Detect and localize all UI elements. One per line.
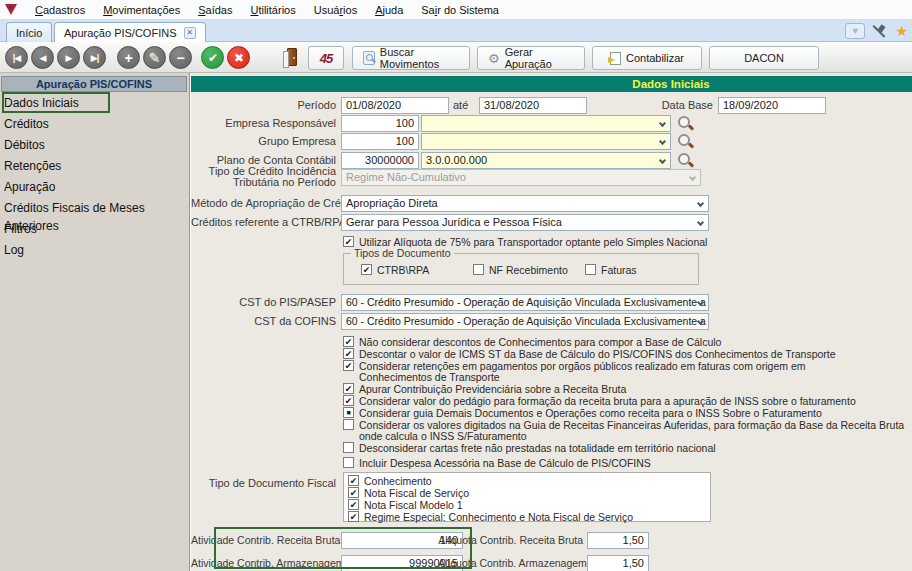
- cancel-button[interactable]: ✖: [227, 46, 250, 69]
- tab-apuracao-pis-cofins[interactable]: Apuração PIS/COFINS ✕: [54, 22, 206, 42]
- sidebar-item-creditos-fiscais[interactable]: Créditos Fiscais de Meses Anteriores: [4, 199, 188, 217]
- checkbox-regime-especial[interactable]: ✔: [348, 511, 359, 522]
- menu-utilitarios[interactable]: Utilitários: [241, 2, 304, 18]
- checkbox-nf-recebimento[interactable]: [473, 264, 484, 275]
- panel-title-bar: Dados Iniciais: [191, 76, 912, 92]
- checkbox-nf-modelo1[interactable]: ✔: [348, 499, 359, 510]
- checkbox-opt-9[interactable]: [343, 457, 354, 468]
- favorites-heart-icon[interactable]: ♥: [845, 23, 865, 39]
- report-logo-icon: 45: [320, 51, 332, 66]
- checkbox-opt-8-label: Desconsiderar cartas frete não prestadas…: [359, 442, 716, 454]
- sidebar-item-log[interactable]: Log: [4, 241, 188, 259]
- cst-cofins-combo[interactable]: 60 - Crédito Presumido - Operação de Aqu…: [341, 313, 709, 330]
- grupo-combo[interactable]: [421, 133, 671, 150]
- data-base-input[interactable]: 18/09/2020: [718, 97, 826, 114]
- chevron-down-icon: [697, 219, 704, 226]
- checkbox-opt-5[interactable]: ✔: [343, 395, 354, 406]
- cst-pis-combo[interactable]: 60 - Crédito Presumido - Operação de Aqu…: [341, 294, 709, 311]
- gerar-apuracao-button[interactable]: ⚙ Gerar Apuração: [477, 46, 585, 70]
- tipos-documento-title: Tipos de Documento: [351, 247, 454, 259]
- menu-ajuda[interactable]: Ajuda: [366, 2, 412, 18]
- checkbox-nf-modelo1-label: Nota Fiscal Modelo 1: [364, 499, 463, 511]
- pin-disabled-icon[interactable]: [873, 24, 887, 38]
- checkbox-opt-8[interactable]: [343, 442, 354, 453]
- checkbox-faturas[interactable]: [585, 264, 596, 275]
- checkbox-ctrb-rpa[interactable]: ✔: [361, 264, 372, 275]
- cst-pis-label: CST do PIS/PASEP: [191, 294, 336, 311]
- metodo-apropriacao-combo[interactable]: Apropriação Direta: [341, 195, 709, 212]
- sidebar-item-creditos[interactable]: Créditos: [4, 115, 188, 133]
- checkbox-nf-servico[interactable]: ✔: [348, 487, 359, 498]
- nav-next-button[interactable]: ▶: [57, 46, 80, 69]
- checkbox-opt-5-label: Considerar valor do pedágio para formaçã…: [359, 395, 856, 407]
- checkbox-opt-1[interactable]: ✔: [343, 336, 354, 347]
- tab-bar: Início Apuração PIS/COFINS ✕ ♥ ★: [0, 20, 912, 42]
- report-logo-button[interactable]: 45: [308, 46, 344, 70]
- periodo-from-input[interactable]: 01/08/2020: [341, 97, 449, 114]
- confirm-button[interactable]: ✔: [201, 46, 224, 69]
- chevron-down-icon: [659, 157, 666, 164]
- plano-lookup-icon[interactable]: [677, 152, 694, 169]
- checkbox-nf-recebimento-label: NF Recebimento: [489, 264, 568, 276]
- menu-usuarios[interactable]: Usuários: [305, 2, 366, 18]
- periodo-to-input[interactable]: 31/08/2020: [479, 97, 587, 114]
- contabilizar-button[interactable]: Contabilizar: [592, 46, 702, 70]
- empresa-lookup-icon[interactable]: [677, 115, 694, 132]
- sidebar-item-filtros[interactable]: Filtros: [4, 220, 188, 238]
- aliquota-armazenagem-input[interactable]: 1,50: [587, 555, 649, 571]
- grupo-code-input[interactable]: 100: [341, 133, 419, 150]
- tipo-credito-combo: Regime Não-Cumulativo: [341, 169, 701, 186]
- menu-sair[interactable]: Sair do Sistema: [412, 2, 508, 18]
- main-panel: Dados Iniciais Período 01/08/2020 até 31…: [190, 73, 912, 571]
- checkbox-opt-7[interactable]: [343, 419, 354, 430]
- creditos-ctrb-label: Créditos referente a CTRB/RPA: [191, 214, 336, 231]
- sidebar-item-apuracao[interactable]: Apuração: [4, 178, 188, 196]
- checkbox-opt-4[interactable]: ✔: [343, 383, 354, 394]
- add-button[interactable]: +: [117, 46, 140, 69]
- dacon-button[interactable]: DACON: [709, 46, 819, 70]
- tipo-credito-label-line2: Tributária no Período: [191, 177, 336, 188]
- nav-first-button[interactable]: |◀: [5, 46, 28, 69]
- buscar-movimentos-button[interactable]: Buscar Movimentos: [352, 46, 470, 70]
- chevron-down-icon: [697, 200, 704, 207]
- nav-prev-button[interactable]: ◀: [31, 46, 54, 69]
- checkbox-aliquota-75[interactable]: ✔: [343, 236, 354, 247]
- metodo-apropriacao-label: Método de Apropriação de Créditos: [191, 195, 336, 212]
- exit-door-icon[interactable]: [281, 48, 297, 67]
- gear-icon: ⚙: [488, 52, 500, 65]
- tab-inicio[interactable]: Início: [6, 22, 52, 42]
- app-logo-icon: [4, 3, 18, 17]
- ate-label: até: [453, 97, 473, 114]
- nav-last-button[interactable]: ▶|: [83, 46, 106, 69]
- empresa-code-input[interactable]: 100: [341, 115, 419, 132]
- checkbox-opt-2[interactable]: ✔: [343, 348, 354, 359]
- menu-cadastros[interactable]: Cadastros: [26, 2, 94, 18]
- star-icon[interactable]: ★: [895, 24, 908, 38]
- door-icon: [287, 48, 297, 66]
- periodo-label: Período: [191, 97, 336, 114]
- grupo-lookup-icon[interactable]: [677, 133, 694, 150]
- sidebar-item-debitos[interactable]: Débitos: [4, 136, 188, 154]
- sidebar-item-retencoes[interactable]: Retenções: [4, 157, 188, 175]
- creditos-ctrb-combo[interactable]: Gerar para Pessoa Jurídica e Pessoa Físi…: [341, 214, 709, 231]
- checkbox-opt-3[interactable]: ✔: [343, 360, 354, 371]
- annotation-highlight-bottom-fields: [214, 527, 472, 569]
- empresa-combo[interactable]: [421, 115, 671, 132]
- close-tab-icon[interactable]: ✕: [184, 27, 196, 39]
- edit-button[interactable]: ✎: [143, 46, 166, 69]
- plano-combo[interactable]: 3.0.0.00.000: [421, 152, 671, 169]
- checkbox-conhecimento[interactable]: ✔: [348, 475, 359, 486]
- plano-code-input[interactable]: 30000000: [341, 152, 419, 169]
- checkbox-faturas-label: Faturas: [601, 264, 637, 276]
- page-title: Dados Iniciais: [591, 76, 751, 92]
- menu-movimentacoes[interactable]: Movimentações: [94, 2, 189, 18]
- menu-saidas[interactable]: Saídas: [189, 2, 241, 18]
- remove-button[interactable]: −: [169, 46, 192, 69]
- buscar-movimentos-label: Buscar Movimentos: [380, 46, 459, 70]
- aliquota-receita-input[interactable]: 1,50: [587, 532, 649, 549]
- checkbox-opt-6[interactable]: ■: [343, 407, 354, 418]
- checkbox-opt-3-label2: Conhecimentos de Transporte: [359, 371, 500, 383]
- checkbox-nf-servico-label: Nota Fiscal de Serviço: [364, 487, 469, 499]
- dacon-label: DACON: [744, 52, 784, 64]
- document-icon: [610, 52, 621, 65]
